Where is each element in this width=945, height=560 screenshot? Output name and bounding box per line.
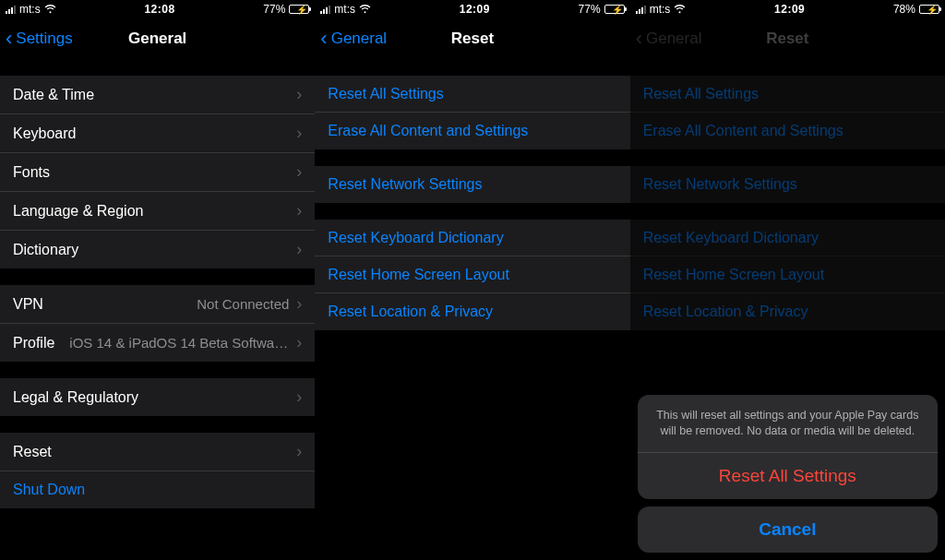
chevron-right-icon: › (296, 124, 302, 143)
battery-pct: 78% (893, 3, 915, 16)
back-button: ‹ General (630, 29, 702, 49)
row-reset-network: Reset Network Settings (630, 166, 945, 203)
wifi-icon (674, 5, 686, 14)
row-reset-location-privacy: Reset Location & Privacy (630, 293, 945, 330)
status-bar: mt:s 12:08 77% ⚡ (0, 0, 315, 18)
row-reset-keyboard-dict: Reset Keyboard Dictionary (630, 220, 945, 256)
row-reset-home-layout[interactable]: Reset Home Screen Layout (315, 256, 629, 293)
back-label: General (331, 30, 387, 48)
carrier-label: mt:s (334, 3, 355, 16)
vpn-status: Not Connected (197, 296, 289, 312)
row-language-region[interactable]: Language & Region› (0, 192, 315, 231)
row-reset-network[interactable]: Reset Network Settings (315, 166, 629, 203)
chevron-right-icon: › (296, 294, 302, 314)
status-bar: mt:s 12:09 77% ⚡ (315, 0, 629, 18)
battery-icon: ⚡ (289, 5, 309, 14)
chevron-right-icon: › (296, 240, 302, 259)
row-erase-all[interactable]: Erase All Content and Settings (315, 113, 629, 149)
row-reset-home-layout: Reset Home Screen Layout (630, 256, 945, 293)
row-reset[interactable]: Reset› (0, 433, 315, 471)
carrier-label: mt:s (650, 3, 671, 16)
row-shut-down[interactable]: Shut Down (0, 471, 315, 508)
action-sheet: This will reset all settings and your Ap… (638, 395, 938, 553)
profile-value: iOS 14 & iPadOS 14 Beta Softwar... (69, 335, 289, 351)
chevron-back-icon: ‹ (6, 29, 12, 49)
signal-icon (636, 5, 646, 14)
action-sheet-message: This will reset all settings and your Ap… (638, 395, 938, 453)
action-sheet-reset-button[interactable]: Reset All Settings (638, 453, 938, 499)
row-reset-keyboard-dict[interactable]: Reset Keyboard Dictionary (315, 220, 629, 256)
chevron-back-icon: ‹ (636, 29, 642, 49)
screen-reset: mt:s 12:09 77% ⚡ ‹ General Reset Reset A… (315, 0, 629, 560)
wifi-icon (359, 5, 371, 14)
back-label: Settings (16, 30, 72, 48)
row-keyboard[interactable]: Keyboard› (0, 114, 315, 153)
back-button[interactable]: ‹ Settings (0, 29, 73, 49)
clock: 12:09 (774, 3, 805, 16)
wifi-icon (44, 5, 56, 14)
back-button[interactable]: ‹ General (315, 29, 387, 49)
status-bar: mt:s 12:09 78% ⚡ (630, 0, 945, 18)
chevron-right-icon: › (296, 442, 302, 461)
row-profile[interactable]: ProfileiOS 14 & iPadOS 14 Beta Softwar..… (0, 324, 315, 362)
battery-pct: 77% (579, 3, 601, 16)
chevron-right-icon: › (296, 162, 302, 182)
row-reset-all-settings[interactable]: Reset All Settings (315, 76, 629, 113)
signal-icon (6, 5, 16, 14)
action-sheet-cancel-button[interactable]: Cancel (638, 506, 938, 553)
chevron-right-icon: › (296, 333, 302, 352)
chevron-right-icon: › (296, 85, 302, 104)
battery-icon: ⚡ (604, 5, 625, 14)
row-reset-all-settings: Reset All Settings (630, 76, 945, 113)
screen-general: mt:s 12:08 77% ⚡ ‹ Settings General Date… (0, 0, 315, 560)
row-legal-regulatory[interactable]: Legal & Regulatory› (0, 378, 315, 416)
battery-pct: 77% (263, 3, 285, 16)
signal-icon (320, 5, 330, 14)
chevron-back-icon: ‹ (320, 29, 327, 49)
navbar: ‹ Settings General (0, 18, 315, 59)
row-erase-all: Erase All Content and Settings (630, 113, 945, 149)
clock: 12:09 (460, 3, 490, 16)
screen-reset-confirm: mt:s 12:09 78% ⚡ ‹ General Reset Reset A… (630, 0, 945, 560)
battery-icon: ⚡ (919, 5, 939, 14)
chevron-right-icon: › (296, 201, 302, 220)
clock: 12:08 (144, 3, 174, 16)
navbar: ‹ General Reset (315, 18, 629, 59)
row-date-time[interactable]: Date & Time› (0, 76, 315, 114)
row-reset-location-privacy[interactable]: Reset Location & Privacy (315, 293, 629, 330)
chevron-right-icon: › (296, 387, 302, 407)
row-fonts[interactable]: Fonts› (0, 153, 315, 192)
back-label: General (646, 30, 701, 48)
row-vpn[interactable]: VPNNot Connected› (0, 285, 315, 324)
navbar: ‹ General Reset (630, 18, 945, 59)
row-dictionary[interactable]: Dictionary› (0, 231, 315, 268)
carrier-label: mt:s (19, 3, 41, 16)
